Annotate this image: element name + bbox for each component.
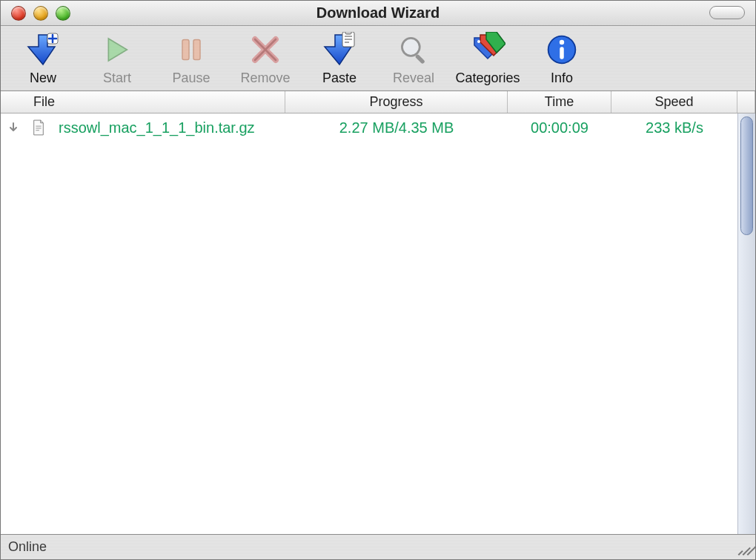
info-button-label: Info bbox=[551, 70, 573, 86]
svg-point-9 bbox=[560, 40, 564, 45]
pause-button[interactable]: Pause bbox=[159, 30, 223, 86]
svg-rect-10 bbox=[560, 47, 564, 59]
status-text: Online bbox=[8, 539, 47, 555]
remove-button-label: Remove bbox=[240, 70, 290, 86]
row-file-name: rssowl_mac_1_1_1_bin.tar.gz bbox=[51, 119, 285, 136]
downloads-list[interactable]: rssowl_mac_1_1_1_bin.tar.gz 2.27 MB/4.35… bbox=[1, 113, 737, 534]
column-header-status[interactable] bbox=[1, 91, 26, 113]
resize-grip[interactable] bbox=[732, 539, 748, 556]
start-button-label: Start bbox=[103, 70, 131, 86]
scrollbar-thumb[interactable] bbox=[740, 116, 753, 235]
downloads-pane: rssowl_mac_1_1_1_bin.tar.gz 2.27 MB/4.35… bbox=[1, 113, 755, 534]
window-title: Download Wizard bbox=[1, 4, 755, 22]
paste-button[interactable]: Paste bbox=[308, 30, 371, 86]
info-button[interactable]: Info bbox=[530, 30, 594, 86]
svg-rect-1 bbox=[182, 40, 189, 60]
column-header-progress[interactable]: Progress bbox=[285, 91, 508, 113]
app-window: Download Wizard New bbox=[0, 0, 756, 560]
remove-button[interactable]: Remove bbox=[233, 30, 297, 86]
svg-point-7 bbox=[477, 40, 480, 43]
svg-rect-2 bbox=[193, 40, 200, 60]
column-header-scrollgap bbox=[737, 91, 755, 113]
magnifier-icon bbox=[393, 30, 434, 69]
column-header-speed[interactable]: Speed bbox=[611, 91, 737, 113]
svg-rect-6 bbox=[415, 54, 425, 65]
file-type-icon bbox=[26, 119, 51, 136]
categories-button-label: Categories bbox=[455, 70, 520, 86]
toolbar: New Start Pause bbox=[1, 26, 755, 91]
start-button[interactable]: Start bbox=[85, 30, 149, 86]
svg-rect-4 bbox=[345, 32, 351, 34]
new-button-label: New bbox=[30, 70, 56, 86]
paste-arrow-icon bbox=[319, 30, 360, 69]
new-download-arrow-icon bbox=[22, 30, 64, 69]
reveal-button[interactable]: Reveal bbox=[382, 30, 445, 86]
info-icon bbox=[541, 30, 583, 69]
toolbar-toggle-button[interactable] bbox=[709, 6, 745, 19]
column-headers: File Progress Time Speed bbox=[1, 91, 755, 113]
row-time: 00:00:09 bbox=[508, 119, 611, 136]
pause-button-label: Pause bbox=[172, 70, 210, 86]
table-row[interactable]: rssowl_mac_1_1_1_bin.tar.gz 2.27 MB/4.35… bbox=[1, 113, 737, 142]
column-header-time[interactable]: Time bbox=[508, 91, 611, 113]
row-speed: 233 kB/s bbox=[611, 119, 737, 136]
status-bar: Online bbox=[1, 534, 755, 559]
svg-point-5 bbox=[402, 38, 420, 56]
play-icon bbox=[96, 30, 138, 69]
column-header-file[interactable]: File bbox=[26, 91, 285, 113]
paste-button-label: Paste bbox=[322, 70, 357, 86]
remove-x-icon bbox=[245, 30, 286, 69]
pause-icon bbox=[170, 30, 212, 69]
row-status-icon bbox=[1, 122, 26, 134]
categories-tags-icon bbox=[467, 30, 508, 69]
vertical-scrollbar[interactable] bbox=[737, 113, 755, 534]
reveal-button-label: Reveal bbox=[393, 70, 434, 86]
row-progress: 2.27 MB/4.35 MB bbox=[285, 119, 508, 136]
categories-button[interactable]: Categories bbox=[456, 30, 520, 86]
new-button[interactable]: New bbox=[11, 30, 75, 86]
titlebar: Download Wizard bbox=[1, 1, 755, 26]
